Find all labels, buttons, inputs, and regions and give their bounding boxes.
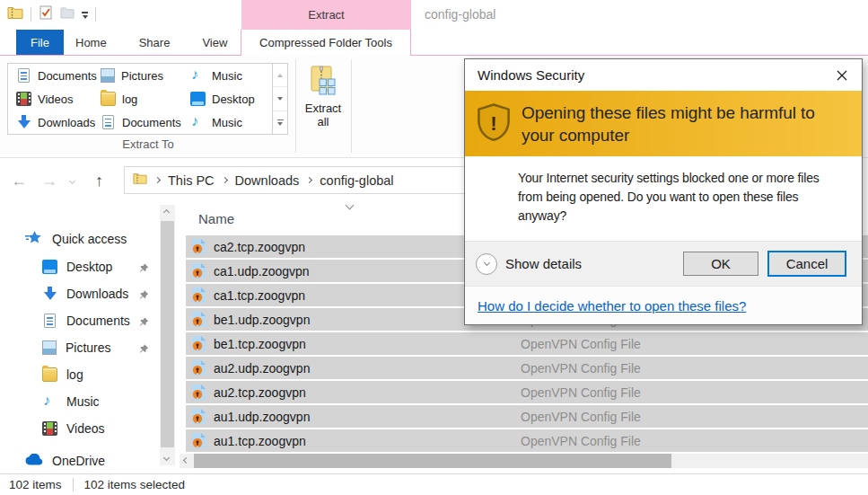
destination-label: log: [122, 93, 137, 106]
column-header-name[interactable]: Name: [198, 211, 234, 226]
scrollbar-down-icon[interactable]: [163, 455, 170, 461]
windows-security-dialog: Windows Security ! Opening these files m…: [464, 58, 863, 325]
picture-icon: [42, 340, 57, 355]
sidebar-item[interactable]: Videos: [0, 415, 159, 442]
ribbon-tab-row: File HomeShareView Compressed Folder Too…: [0, 30, 868, 56]
extract-destination[interactable]: Desktop: [182, 87, 268, 110]
breadcrumb-chevron-icon[interactable]: [147, 178, 168, 182]
sidebar-item[interactable]: Downloads: [0, 280, 159, 307]
openvpn-file-icon: [191, 408, 206, 425]
show-details-chevron-icon[interactable]: [476, 253, 497, 275]
sidebar-item-label: OneDrive: [52, 454, 105, 468]
destination-label: Documents: [122, 116, 181, 129]
horizontal-scrollbar[interactable]: [180, 454, 868, 468]
extract-to-scroll-buttons: [273, 63, 288, 135]
pin-icon: [139, 342, 149, 357]
openvpn-file-icon: [191, 311, 206, 328]
extract-all-icon: [308, 66, 338, 99]
openvpn-file-icon: [191, 238, 206, 255]
ribbon-tab[interactable]: Home: [59, 30, 123, 55]
file-type: OpenVPN Config File: [521, 337, 641, 351]
extract-destination[interactable]: Music: [182, 110, 268, 134]
file-name: ca1.udp.zoogvpn: [214, 264, 310, 278]
ribbon-group-label: Extract To: [0, 137, 296, 151]
destination-label: Music: [212, 116, 242, 129]
up-arrow-icon[interactable]: ↑: [95, 158, 103, 203]
sidebar-item-quick-access[interactable]: Quick access: [0, 225, 159, 253]
file-row[interactable]: au2.tcp.zoogvpn OpenVPN Config File: [186, 381, 868, 403]
openvpn-file-icon: [191, 384, 206, 401]
tab-file[interactable]: File: [16, 30, 64, 55]
dialog-title-bar: Windows Security: [465, 59, 862, 91]
forward-arrow-icon[interactable]: →: [41, 158, 57, 203]
destination-label: Downloads: [38, 116, 95, 129]
breadcrumb-item[interactable]: config-global: [320, 173, 393, 188]
sidebar-scrollbar[interactable]: [160, 205, 175, 465]
scroll-up-icon[interactable]: [273, 64, 287, 87]
extract-all-button[interactable]: Extract all: [297, 59, 349, 153]
sidebar-item[interactable]: Music: [0, 388, 159, 415]
checked-document-icon[interactable]: [39, 5, 53, 23]
sidebar-item[interactable]: log: [0, 361, 159, 388]
extract-destination[interactable]: Videos: [8, 87, 92, 110]
breadcrumb-chevron-icon[interactable]: [215, 178, 235, 182]
download-arrow-icon: [16, 115, 31, 129]
scrollbar-thumb[interactable]: [194, 454, 671, 468]
new-folder-icon[interactable]: [60, 6, 75, 22]
file-row[interactable]: au2.udp.zoogvpn OpenVPN Config File: [186, 357, 868, 379]
zip-folder-icon: [7, 5, 23, 23]
destination-label: Videos: [38, 93, 74, 106]
more-rows-icon[interactable]: [273, 111, 287, 134]
status-bar: 102 items 102 items selected: [0, 473, 868, 495]
extract-all-label: Extract all: [301, 102, 346, 128]
sidebar-item-onedrive[interactable]: OneDrive: [0, 447, 159, 474]
status-separator: [73, 478, 74, 491]
sidebar-item-label: Quick access: [52, 232, 127, 246]
ok-button[interactable]: OK: [683, 252, 758, 276]
show-details-label[interactable]: Show details: [505, 256, 582, 271]
destination-label: Documents: [38, 69, 97, 83]
extract-destination[interactable]: Downloads: [8, 110, 92, 134]
breadcrumb-item[interactable]: Downloads: [235, 173, 300, 188]
onedrive-cloud-icon: [25, 454, 43, 468]
customize-toolbar-chevron-icon[interactable]: [82, 10, 88, 19]
ribbon-separator: [295, 59, 296, 153]
extract-destination[interactable]: log: [92, 87, 182, 110]
file-row[interactable]: be1.tcp.zoogvpn OpenVPN Config File: [186, 332, 868, 355]
file-name: au2.tcp.zoogvpn: [214, 385, 306, 400]
scrollbar-up-icon[interactable]: [163, 209, 170, 216]
help-link[interactable]: How do I decide whether to open these fi…: [478, 298, 746, 314]
dialog-title: Windows Security: [478, 67, 584, 83]
file-row[interactable]: au1.udp.zoogvpn OpenVPN Config File: [186, 405, 868, 428]
close-icon[interactable]: [829, 64, 855, 86]
ribbon-tab[interactable]: View: [186, 30, 243, 55]
breadcrumb-item[interactable]: This PC: [168, 173, 215, 188]
music-note-icon: [42, 394, 57, 409]
sidebar-item[interactable]: Desktop: [0, 253, 159, 280]
window-title: config-global: [425, 0, 495, 30]
extract-destination[interactable]: Documents: [92, 110, 182, 134]
scrollbar-thumb[interactable]: [161, 221, 174, 447]
openvpn-file-icon: [191, 335, 206, 352]
cancel-button[interactable]: Cancel: [767, 251, 846, 277]
back-arrow-icon[interactable]: ←: [11, 158, 27, 203]
sidebar-item[interactable]: Pictures: [0, 334, 159, 361]
document-icon: [44, 314, 56, 328]
file-row[interactable]: au1.tcp.zoogvpn OpenVPN Config File: [186, 429, 868, 452]
breadcrumb-chevron-icon[interactable]: [299, 178, 320, 182]
extract-to-grid: Documents Pictures Music Videos: [7, 63, 273, 135]
extract-destination[interactable]: Music: [182, 64, 268, 87]
scrollbar-left-icon[interactable]: [183, 457, 189, 464]
destination-label: Pictures: [121, 69, 163, 83]
extract-destination[interactable]: Documents: [8, 64, 92, 87]
dialog-link-area: How do I decide whether to open these fi…: [465, 286, 862, 324]
scroll-down-icon[interactable]: [273, 87, 287, 110]
tab-compressed-folder-tools[interactable]: Compressed Folder Tools: [241, 30, 411, 56]
extract-destination[interactable]: Pictures: [92, 64, 182, 87]
file-name: au1.udp.zoogvpn: [214, 410, 310, 424]
ribbon-tab[interactable]: Share: [123, 30, 187, 55]
sidebar-item[interactable]: Documents: [0, 307, 159, 334]
dialog-button-strip: Show details OK Cancel: [465, 241, 862, 286]
contextual-tab-header[interactable]: Extract: [241, 0, 411, 30]
recent-locations-chevron-icon[interactable]: [70, 158, 75, 203]
